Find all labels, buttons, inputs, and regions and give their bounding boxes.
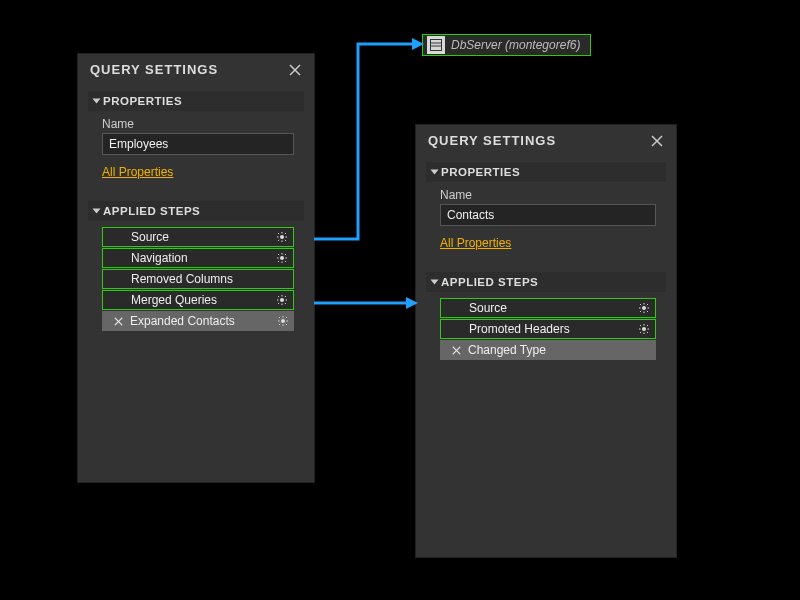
section-title: PROPERTIES [441,166,520,178]
close-icon[interactable] [288,63,302,77]
panel-title: QUERY SETTINGS [428,133,556,148]
gear-icon[interactable] [637,323,651,335]
query-settings-panel-left: QUERY SETTINGS PROPERTIES Name All Prope… [78,54,314,482]
applied-step[interactable]: Source [102,227,294,247]
section-title: PROPERTIES [103,95,182,107]
database-icon [427,36,445,54]
svg-marker-13 [406,297,418,309]
svg-rect-0 [431,40,442,51]
gear-icon[interactable] [275,294,289,306]
panel-title: QUERY SETTINGS [90,62,218,77]
applied-step[interactable]: Promoted Headers [440,319,656,339]
chevron-down-icon [431,170,439,175]
applied-steps-header[interactable]: APPLIED STEPS [88,201,304,221]
applied-steps-section: APPLIED STEPS SourceNavigationRemoved Co… [78,195,314,482]
properties-header[interactable]: PROPERTIES [88,91,304,111]
applied-step-label: Changed Type [468,343,632,357]
name-label: Name [440,188,662,202]
applied-step-label: Removed Columns [131,272,269,286]
applied-step-label: Source [469,301,631,315]
applied-step[interactable]: Changed Type [440,340,656,360]
applied-step[interactable]: Navigation [102,248,294,268]
delete-step-icon[interactable] [112,317,124,326]
applied-steps-list-right: SourcePromoted HeadersChanged Type [440,298,656,360]
section-title: APPLIED STEPS [103,205,200,217]
name-label: Name [102,117,300,131]
applied-step[interactable]: Removed Columns [102,269,294,289]
all-properties-link[interactable]: All Properties [102,165,173,179]
arrow-source-to-db [314,34,424,244]
applied-steps-section: APPLIED STEPS SourcePromoted HeadersChan… [416,266,676,557]
section-title: APPLIED STEPS [441,276,538,288]
panel-title-row: QUERY SETTINGS [78,54,314,85]
applied-step-label: Promoted Headers [469,322,631,336]
properties-section: PROPERTIES Name All Properties [78,85,314,195]
query-settings-panel-right: QUERY SETTINGS PROPERTIES Name All Prope… [416,125,676,557]
panel-title-row: QUERY SETTINGS [416,125,676,156]
svg-marker-11 [412,38,424,50]
gear-icon[interactable] [637,302,651,314]
gear-icon[interactable] [275,231,289,243]
properties-section: PROPERTIES Name All Properties [416,156,676,266]
db-node[interactable]: DbServer (montegoref6) [422,34,591,56]
applied-step-label: Expanded Contacts [130,314,270,328]
applied-steps-header[interactable]: APPLIED STEPS [426,272,666,292]
applied-step[interactable]: Source [440,298,656,318]
chevron-down-icon [93,209,101,214]
all-properties-link[interactable]: All Properties [440,236,511,250]
applied-step[interactable]: Expanded Contacts [102,311,294,331]
gear-icon[interactable] [275,252,289,264]
close-icon[interactable] [650,134,664,148]
arrow-merged-to-contacts [314,293,418,313]
applied-step[interactable]: Merged Queries [102,290,294,310]
chevron-down-icon [93,99,101,104]
chevron-down-icon [431,280,439,285]
delete-step-icon[interactable] [450,346,462,355]
applied-steps-list-left: SourceNavigationRemoved ColumnsMerged Qu… [102,227,294,331]
properties-header[interactable]: PROPERTIES [426,162,666,182]
query-name-input[interactable] [440,204,656,226]
applied-step-label: Navigation [131,251,269,265]
gear-icon[interactable] [276,315,290,327]
query-name-input[interactable] [102,133,294,155]
applied-step-label: Source [131,230,269,244]
db-node-label: DbServer (montegoref6) [451,38,580,52]
applied-step-label: Merged Queries [131,293,269,307]
